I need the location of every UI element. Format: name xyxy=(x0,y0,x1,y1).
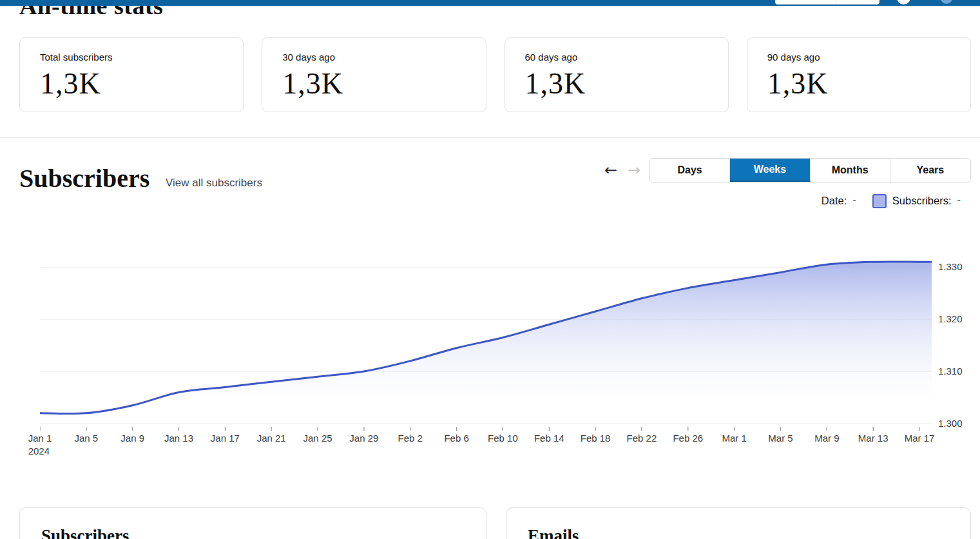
x-axis-label: Mar 5 xyxy=(768,433,793,444)
x-axis-label: Feb 2 xyxy=(398,433,423,444)
subscribers-card-title: Subscribers xyxy=(41,526,465,539)
x-axis-label: Feb 6 xyxy=(444,433,468,444)
chart-next-button[interactable]: → xyxy=(628,161,640,180)
y-axis-label: 1.320 xyxy=(938,313,963,324)
stat-card-label: 30 days ago xyxy=(282,52,465,63)
x-axis-label: Jan 25 xyxy=(303,433,332,444)
tab-months[interactable]: Months xyxy=(811,159,890,182)
y-axis-label: 1.300 xyxy=(938,418,963,429)
stat-card: 60 days ago 1,3K xyxy=(504,37,729,112)
x-axis-label: Jan 17 xyxy=(211,433,240,444)
x-axis-label: Mar 9 xyxy=(814,433,839,444)
search-input[interactable] xyxy=(775,0,879,5)
area-fill xyxy=(40,262,932,424)
chart-prev-button[interactable]: ← xyxy=(604,161,617,180)
time-range-tabs: DaysWeeksMonthsYears xyxy=(649,158,971,182)
x-axis-label: Mar 1 xyxy=(722,433,746,444)
x-axis-label: Jan 29 xyxy=(349,433,378,444)
x-axis-label: Feb 22 xyxy=(627,433,657,444)
section-divider xyxy=(0,137,980,138)
view-all-subscribers-link[interactable]: View all subscribers xyxy=(166,177,262,190)
x-axis-year-label: 2024 xyxy=(28,446,52,456)
stat-card-label: 60 days ago xyxy=(525,52,708,63)
x-axis-label: Feb 26 xyxy=(673,433,703,444)
x-axis-label: Jan 13 xyxy=(164,433,193,444)
legend-date-value: - xyxy=(852,193,858,208)
tab-days[interactable]: Days xyxy=(650,159,730,182)
subscribers-section-title: Subscribers xyxy=(19,163,149,193)
x-axis-label: Mar 17 xyxy=(905,433,935,444)
subscribers-area-chart[interactable] xyxy=(40,251,932,431)
emails-list-card[interactable]: Emails xyxy=(506,507,971,539)
legend-date-label: Date: xyxy=(821,195,847,207)
y-axis-label: 1.330 xyxy=(938,261,963,272)
stats-card-row: Total subscribers 1,3K30 days ago 1,3K60… xyxy=(19,37,971,112)
top-navigation-bar xyxy=(0,0,980,6)
stat-card-value: 1,3K xyxy=(282,66,465,101)
notification-icon[interactable] xyxy=(941,0,952,4)
x-axis-label: Feb 14 xyxy=(534,433,564,444)
y-axis-label: 1.310 xyxy=(938,366,963,377)
stat-card: Total subscribers 1,3K xyxy=(19,37,244,112)
x-axis-label: Jan 5 xyxy=(74,433,98,444)
stat-card-value: 1,3K xyxy=(767,66,950,101)
legend-series-label: Subscribers: xyxy=(892,195,952,207)
legend-series-value: - xyxy=(957,193,963,208)
x-axis-label: Feb 10 xyxy=(488,433,518,444)
stat-card-label: 90 days ago xyxy=(767,52,950,63)
search-input-divider xyxy=(836,0,836,5)
stat-card: 30 days ago 1,3K xyxy=(262,37,486,112)
stat-card-value: 1,3K xyxy=(40,66,223,101)
x-axis-label: Jan 12024 xyxy=(28,433,52,456)
subscribers-list-card[interactable]: Subscribers xyxy=(19,507,486,539)
emails-card-title: Emails xyxy=(528,526,949,539)
legend-series-swatch xyxy=(872,194,887,208)
tab-weeks[interactable]: Weeks xyxy=(730,159,810,182)
user-avatar[interactable] xyxy=(897,0,910,5)
x-axis-label: Jan 21 xyxy=(257,433,286,444)
x-axis-label: Mar 13 xyxy=(858,433,889,444)
tab-years[interactable]: Years xyxy=(890,159,970,182)
x-axis-label: Jan 9 xyxy=(120,433,144,444)
stat-card-value: 1,3K xyxy=(525,66,708,101)
chart-legend: Date: - Subscribers: - xyxy=(821,193,962,208)
x-axis-label: Feb 18 xyxy=(581,433,611,444)
stat-card: 90 days ago 1,3K xyxy=(747,37,971,112)
stat-card-label: Total subscribers xyxy=(40,52,223,63)
